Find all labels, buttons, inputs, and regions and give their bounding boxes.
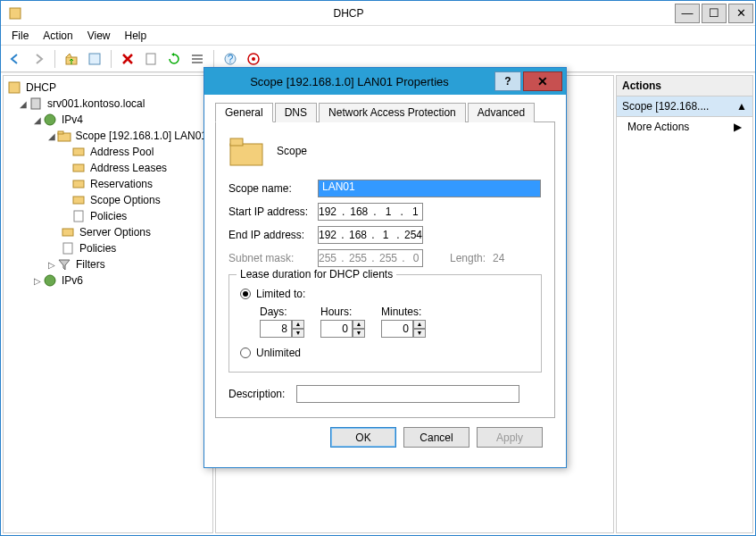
svg-rect-11 [9,82,20,93]
radio-limited[interactable]: Limited to: [240,288,530,300]
tree-policies[interactable]: Policies [7,240,209,256]
expand-icon[interactable]: ▷ [32,276,43,286]
dialog-title: Scope [192.168.1.0] LAN01 Properties [204,75,494,88]
actions-header: Actions [617,76,752,96]
ipv6-icon [43,273,57,288]
policies-icon [61,241,75,255]
delete-button[interactable] [117,48,138,70]
dialog-help-button[interactable]: ? [494,71,521,91]
menubar: File Action View Help [1,26,755,46]
svg-rect-19 [73,197,84,204]
end-ip-input[interactable]: 192.168.1.254 [318,226,423,244]
svg-point-10 [252,57,255,61]
tree-address-pool[interactable]: Address Pool [7,144,209,160]
tree-filters[interactable]: ▷ Filters [7,256,209,272]
leases-icon [71,161,86,175]
minimize-button[interactable]: — [675,4,700,23]
scope-folder-icon [228,135,264,167]
spin-down-icon[interactable]: ▼ [292,329,304,338]
tree-root[interactable]: DHCP [7,80,209,96]
svg-rect-24 [230,144,262,165]
svg-rect-15 [58,131,63,134]
properties-button[interactable] [84,48,105,70]
up-button[interactable] [61,48,82,70]
tree-scope-options[interactable]: Scope Options [7,192,209,208]
close-button[interactable]: ✕ [728,4,753,23]
actions-scope-header[interactable]: Scope [192.168.... ▲ [617,96,752,117]
menu-view[interactable]: View [80,28,118,44]
server-icon [29,96,43,111]
spin-down-icon[interactable]: ▼ [413,329,426,338]
days-spinner[interactable]: 8 ▲▼ [260,320,304,338]
length-label: Length: [450,252,486,264]
help-button[interactable]: ? [220,48,241,70]
svg-point-23 [45,275,55,286]
svg-rect-17 [73,164,84,172]
refresh-button[interactable] [163,48,185,70]
ok-button[interactable]: OK [330,427,396,448]
radio-unlimited[interactable]: Unlimited [240,347,530,359]
menu-action[interactable]: Action [36,28,79,44]
action-icon[interactable] [243,48,264,70]
options-icon [71,193,86,207]
start-ip-input[interactable]: 192.168.1.1 [318,203,423,221]
policies-icon [71,209,86,223]
svg-rect-2 [89,54,100,64]
dialog-close-button[interactable]: ✕ [523,71,562,91]
expand-icon[interactable]: ◢ [32,115,43,125]
tree-server-options[interactable]: Server Options [7,224,209,240]
export-button[interactable] [140,48,162,70]
tree-ipv4[interactable]: ◢ IPv4 [7,112,209,128]
svg-point-13 [45,114,55,125]
window-title: DHCP [22,7,675,20]
actions-panel: Actions Scope [192.168.... ▲ More Action… [616,75,753,533]
filters-icon [57,257,71,272]
svg-rect-20 [74,211,83,222]
hours-spinner[interactable]: 0 ▲▼ [320,320,365,338]
server-options-icon [61,225,75,239]
app-icon [8,6,22,21]
forward-button[interactable] [28,48,49,70]
scope-name-input[interactable]: LAN01 [318,180,541,197]
expand-icon[interactable]: ◢ [18,99,29,109]
maximize-button[interactable]: ☐ [702,4,727,23]
menu-file[interactable]: File [4,28,36,44]
dialog-titlebar: Scope [192.168.1.0] LAN01 Properties ? ✕ [204,68,566,95]
expand-icon[interactable]: ▷ [46,260,57,270]
spin-down-icon[interactable]: ▼ [353,329,365,338]
tree-scope[interactable]: ◢ Scope [192.168.1.0] LAN01 [7,128,209,144]
spin-up-icon[interactable]: ▲ [292,320,304,329]
expand-icon[interactable]: ◢ [46,131,57,141]
subnet-input: 255.255.255.0 [318,249,423,267]
cancel-button[interactable]: Cancel [403,427,469,448]
description-input[interactable] [296,385,519,403]
titlebar: DHCP — ☐ ✕ [1,1,755,26]
apply-button[interactable]: Apply [477,427,543,448]
list-button[interactable] [187,48,208,70]
svg-rect-4 [192,54,203,56]
dialog-tabs: General DNS Network Access Protection Ad… [215,102,555,122]
spin-up-icon[interactable]: ▲ [413,320,426,329]
spin-up-icon[interactable]: ▲ [353,320,365,329]
subnet-label: Subnet mask: [228,252,318,264]
tree-reservations[interactable]: Reservations [7,176,209,192]
svg-rect-22 [63,243,72,254]
svg-rect-21 [62,229,73,236]
actions-more[interactable]: More Actions ▶ [617,117,752,137]
svg-rect-3 [146,54,155,64]
svg-text:?: ? [228,53,234,65]
tree-address-leases[interactable]: Address Leases [7,160,209,176]
tab-dns[interactable]: DNS [275,103,317,122]
svg-rect-18 [73,180,84,188]
tab-advanced[interactable]: Advanced [468,103,535,122]
back-button[interactable] [4,48,26,70]
svg-rect-5 [192,58,203,60]
menu-help[interactable]: Help [118,28,154,44]
tab-nap[interactable]: Network Access Protection [319,103,466,122]
tree-scope-policies[interactable]: Policies [7,208,209,224]
tab-general[interactable]: General [215,103,273,122]
radio-icon [240,289,251,299]
tree-server[interactable]: ◢ srv001.kontoso.local [7,96,209,112]
tree-ipv6[interactable]: ▷ IPv6 [7,272,209,289]
minutes-spinner[interactable]: 0 ▲▼ [381,320,426,338]
